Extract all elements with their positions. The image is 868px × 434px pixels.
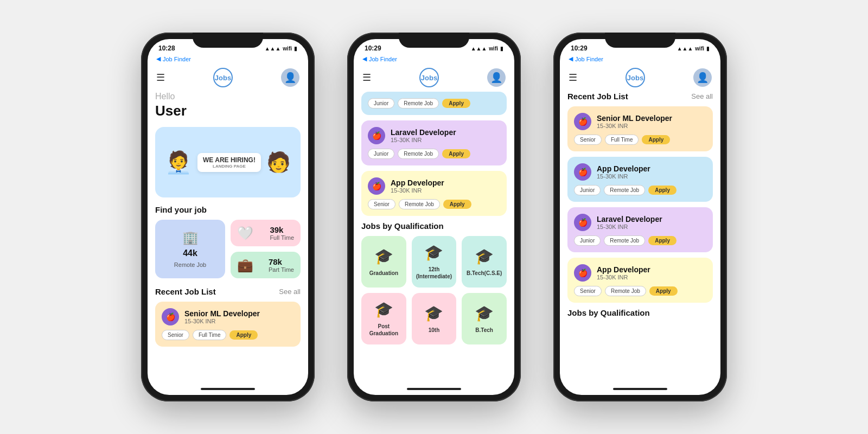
phones-container: 10:28 ▲▲▲ wifi ▮ ◀ Job Finder ☰ Jobs 👤 <box>0 22 868 412</box>
hiring-illustration: 🧑‍💼 <box>165 150 192 175</box>
btech-cse-icon: 🎓 <box>475 247 494 265</box>
postgrad-label: Post Graduation <box>366 323 402 337</box>
tag-remote-appdev: Remote Job <box>399 199 440 209</box>
job-card-ml-header: 🍎 Senior ML Developer 15-30K INR <box>162 308 294 326</box>
notch-3 <box>605 33 675 48</box>
job-salary-ml: 15-30K INR <box>184 318 260 324</box>
remote-label: Remote Job <box>174 261 206 268</box>
graduation-label: Graduation <box>369 270 398 277</box>
battery-icon-2: ▮ <box>500 46 503 52</box>
btech-cse-label: B.Tech(C.S.E) <box>467 270 502 277</box>
tag-senior-appdev2-3: Senior <box>574 286 602 296</box>
logo-3: Jobs <box>626 68 645 87</box>
job-tags-appdev: Senior Remote Job Apply <box>368 199 500 209</box>
recent-jobs-header-3: Recent Job List See all <box>567 92 713 101</box>
avatar-1[interactable]: 👤 <box>281 68 299 87</box>
hiring-text-box: WE ARE HIRING! LANDING PAGE <box>197 153 261 172</box>
tag-fulltime-ml-3: Full Time <box>605 135 639 145</box>
tag-senior-appdev: Senior <box>368 199 395 209</box>
back-label-2: Job Finder <box>369 56 397 62</box>
apply-app-3[interactable]: Apply <box>648 186 676 195</box>
apply-appdev2-3[interactable]: Apply <box>649 286 678 296</box>
menu-icon-1[interactable]: ☰ <box>156 72 165 84</box>
battery-icon: ▮ <box>294 46 297 52</box>
job-info-ml-3: Senior ML Developer 15-30K INR <box>597 114 672 129</box>
job-card-ml: 🍎 Senior ML Developer 15-30K INR Senior … <box>155 302 301 347</box>
qual-postgrad[interactable]: 🎓 Post Graduation <box>361 293 406 344</box>
job-icon-laravel: 🍎 <box>368 127 385 144</box>
parttime-icon: 💼 <box>237 258 253 273</box>
job-title-laravel: Laravel Developer <box>391 128 456 137</box>
hello-text: Hello <box>155 92 301 101</box>
phone-3-content: Recent Job List See all 🍎 Senior ML Deve… <box>560 92 720 383</box>
hiring-person: 🧑 <box>266 151 291 174</box>
qual-12th[interactable]: 🎓 12th (Intermediate) <box>412 236 457 288</box>
stat-parttime[interactable]: 💼 78k Part Time <box>231 252 301 278</box>
btech-icon: 🎓 <box>475 304 494 322</box>
job-card-appdev2-3: 🍎 App Developer 15-30K INR Senior Remote… <box>567 258 713 303</box>
menu-icon-2[interactable]: ☰ <box>362 72 371 84</box>
bottom-bar-2 <box>354 383 514 395</box>
find-job-label: Find your job <box>155 205 301 214</box>
job-icon-laravel-3: 🍎 <box>574 214 591 231</box>
12th-icon: 🎓 <box>424 244 443 261</box>
job-info-app-3: App Developer 15-30K INR <box>597 164 650 180</box>
avatar-2[interactable]: 👤 <box>487 68 506 87</box>
qual-graduation[interactable]: 🎓 Graduation <box>361 236 406 288</box>
job-info-laravel-3: Laravel Developer 15-30K INR <box>597 215 662 230</box>
stat-fulltime[interactable]: 🤍 39k Full Time <box>231 220 301 246</box>
qual-btech[interactable]: 🎓 B.Tech <box>462 293 507 344</box>
job-info-appdev: App Developer 15-30K INR <box>391 178 444 194</box>
qual-10th[interactable]: 🎓 10th <box>412 293 457 344</box>
tag-senior: Senior <box>162 330 189 340</box>
back-bar-1: ◀ Job Finder <box>148 54 308 65</box>
tag-remote-appdev2-3: Remote Job <box>605 286 646 296</box>
apply-laravel-3[interactable]: Apply <box>648 236 676 245</box>
qual-header-2: Jobs by Qualification <box>361 221 507 231</box>
tag-junior-top: Junior <box>368 98 394 108</box>
qual-grid-2: 🎓 Graduation 🎓 12th (Intermediate) 🎓 B.T… <box>361 236 507 344</box>
tag-junior-laravel: Junior <box>368 149 394 159</box>
app-header-2: ☰ Jobs 👤 <box>354 65 514 92</box>
job-card-appdev: 🍎 App Developer 15-30K INR Senior Remote… <box>361 171 507 216</box>
stat-remote[interactable]: 🏢 44k Remote Job <box>155 220 225 278</box>
12th-label: 12th (Intermediate) <box>416 266 452 280</box>
apply-top[interactable]: Apply <box>442 99 470 108</box>
fulltime-info: 39k Full Time <box>270 225 294 241</box>
phone-2-inner: 10:29 ▲▲▲ wifi ▮ ◀ Job Finder ☰ Jobs 👤 <box>354 39 514 395</box>
job-card-laravel-header-3: 🍎 Laravel Developer 15-30K INR <box>574 214 706 231</box>
apply-appdev[interactable]: Apply <box>443 200 471 209</box>
avatar-3[interactable]: 👤 <box>693 68 712 87</box>
recent-jobs-title: Recent Job List <box>155 287 216 296</box>
bottom-bar-1 <box>148 383 308 395</box>
see-all-3[interactable]: See all <box>691 92 713 100</box>
remote-icon: 🏢 <box>182 230 199 245</box>
stats-grid: 🏢 44k Remote Job 🤍 39k Full Time 💼 <box>155 220 301 278</box>
time-3: 10:29 <box>571 44 588 52</box>
menu-icon-3[interactable]: ☰ <box>569 72 577 84</box>
back-arrow-icon: ◀ <box>156 55 161 62</box>
job-tags-ml: Senior Full Time Apply <box>162 330 294 340</box>
apply-ml-3[interactable]: Apply <box>642 135 670 144</box>
wifi-icon: wifi <box>283 46 292 52</box>
apply-button-ml[interactable]: Apply <box>229 330 258 340</box>
back-label-3: Job Finder <box>575 56 603 62</box>
logo-2: Jobs <box>419 68 439 87</box>
signal-icon: ▲▲▲ <box>265 46 281 52</box>
job-icon-app-3: 🍎 <box>574 163 591 181</box>
job-card-ml-3: 🍎 Senior ML Developer 15-30K INR Senior … <box>567 106 713 151</box>
see-all-1[interactable]: See all <box>279 288 301 296</box>
qual-btech-cse[interactable]: 🎓 B.Tech(C.S.E) <box>462 236 507 288</box>
job-info-laravel: Laravel Developer 15-30K INR <box>391 128 456 143</box>
back-bar-3: ◀ Job Finder <box>560 54 720 65</box>
back-bar-2: ◀ Job Finder <box>354 54 514 65</box>
logo-1: Jobs <box>213 68 233 87</box>
apply-laravel[interactable]: Apply <box>442 149 470 158</box>
status-icons-3: ▲▲▲ wifi ▮ <box>677 46 710 52</box>
tag-junior-laravel-3: Junior <box>574 235 601 246</box>
parttime-info: 78k Part Time <box>269 257 294 273</box>
top-partial-card: Junior Remote Job Apply <box>361 92 507 115</box>
phone-1-content: Hello User 🧑‍💼 WE ARE HIRING! LANDING PA… <box>148 92 308 383</box>
phone-2-content: Junior Remote Job Apply 🍎 Laravel Develo… <box>354 92 514 383</box>
job-tags-ml-3: Senior Full Time Apply <box>574 135 706 145</box>
